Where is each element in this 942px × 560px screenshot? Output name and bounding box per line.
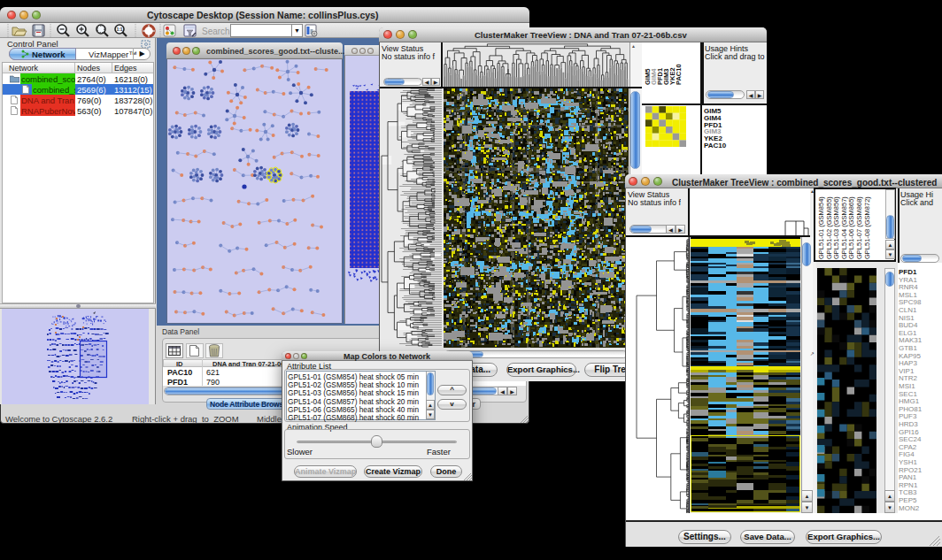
- svg-text:1:1: 1:1: [116, 27, 122, 32]
